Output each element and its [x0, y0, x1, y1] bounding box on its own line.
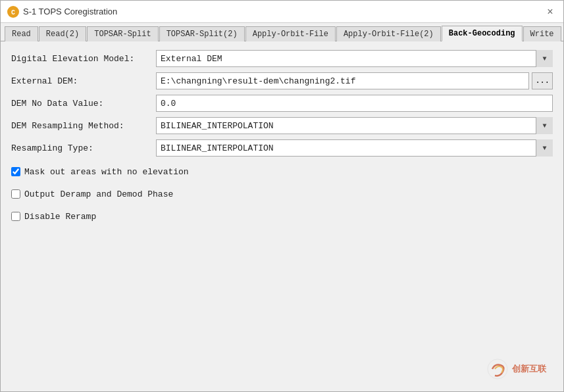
dem-no-data-value-label: DEM No Data Value: [11, 99, 156, 109]
mask-out-checkbox-row: Mask out areas with no elevation [11, 164, 553, 180]
content-area: Digital Elevation Model: External DEM SR… [1, 41, 563, 391]
external-dem-input[interactable] [156, 72, 529, 89]
digital-elevation-model-row: Digital Elevation Model: External DEM SR… [11, 49, 553, 68]
dem-no-data-value-input[interactable] [156, 95, 553, 112]
digital-elevation-model-select-wrapper: External DEM SRTM 1Sec HGT SRTM 3Sec ACE… [156, 50, 553, 67]
tab-back-geocoding[interactable]: Back-Geocoding [442, 26, 523, 41]
output-deramp-label: Output Deramp and Demod Phase [24, 189, 173, 199]
close-button[interactable]: × [544, 5, 557, 18]
dem-no-data-value-control [156, 95, 553, 112]
tab-topsar-split[interactable]: TOPSAR-Split [87, 26, 158, 41]
watermark-content: 创新互联 [487, 358, 546, 380]
tab-write[interactable]: Write [523, 26, 561, 41]
tab-read[interactable]: Read [5, 26, 38, 41]
digital-elevation-model-select[interactable]: External DEM SRTM 1Sec HGT SRTM 3Sec ACE… [156, 50, 553, 67]
dem-no-data-value-row: DEM No Data Value: [11, 94, 553, 112]
resampling-type-control: BILINEAR_INTERPOLATION NEAREST_NEIGHBOUR… [156, 139, 553, 157]
tabs-bar: Read Read(2) TOPSAR-Split TOPSAR-Split(2… [1, 23, 563, 41]
resampling-type-row: Resampling Type: BILINEAR_INTERPOLATION … [11, 139, 553, 157]
disable-reramp-checkbox[interactable] [11, 212, 20, 221]
dem-resampling-method-control: BILINEAR_INTERPOLATION NEAREST_NEIGHBOUR… [156, 117, 553, 134]
main-window: C S-1 TOPS Coregistration × Read Read(2)… [0, 0, 564, 392]
dem-resampling-method-row: DEM Resampling Method: BILINEAR_INTERPOL… [11, 116, 553, 135]
external-dem-row: External DEM: ... [11, 72, 553, 90]
resampling-type-select[interactable]: BILINEAR_INTERPOLATION NEAREST_NEIGHBOUR… [156, 139, 553, 157]
digital-elevation-model-label: Digital Elevation Model: [11, 54, 156, 64]
mask-out-label: Mask out areas with no elevation [24, 167, 189, 177]
app-icon: C [7, 6, 19, 18]
watermark-area: 创新互联 [11, 357, 553, 383]
tab-apply-orbit-file[interactable]: Apply-Orbit-File [245, 26, 336, 41]
watermark-logo-icon [487, 358, 508, 380]
title-bar: C S-1 TOPS Coregistration × [1, 1, 563, 23]
dem-resampling-method-label: DEM Resampling Method: [11, 121, 156, 131]
tab-read2[interactable]: Read(2) [39, 26, 86, 41]
spacer [11, 228, 553, 353]
digital-elevation-model-control: External DEM SRTM 1Sec HGT SRTM 3Sec ACE… [156, 50, 553, 67]
external-dem-control: ... [156, 72, 553, 89]
tab-apply-orbit-file2[interactable]: Apply-Orbit-File(2) [336, 26, 441, 41]
resampling-type-select-wrapper: BILINEAR_INTERPOLATION NEAREST_NEIGHBOUR… [156, 139, 553, 157]
disable-reramp-label: Disable Reramp [24, 212, 96, 222]
watermark-text: 创新互联 [512, 363, 546, 375]
resampling-type-label: Resampling Type: [11, 143, 156, 153]
svg-text:C: C [11, 9, 15, 16]
mask-out-checkbox[interactable] [11, 167, 20, 176]
dem-resampling-method-select[interactable]: BILINEAR_INTERPOLATION NEAREST_NEIGHBOUR… [156, 117, 553, 134]
title-bar-left: C S-1 TOPS Coregistration [7, 6, 117, 18]
dem-resampling-method-select-wrapper: BILINEAR_INTERPOLATION NEAREST_NEIGHBOUR… [156, 117, 553, 134]
disable-reramp-checkbox-row: Disable Reramp [11, 208, 553, 224]
output-deramp-checkbox[interactable] [11, 189, 20, 199]
tab-topsar-split2[interactable]: TOPSAR-Split(2) [159, 26, 245, 41]
browse-button[interactable]: ... [532, 72, 553, 89]
external-dem-label: External DEM: [11, 76, 156, 86]
window-title: S-1 TOPS Coregistration [23, 7, 117, 16]
output-deramp-checkbox-row: Output Deramp and Demod Phase [11, 186, 553, 202]
